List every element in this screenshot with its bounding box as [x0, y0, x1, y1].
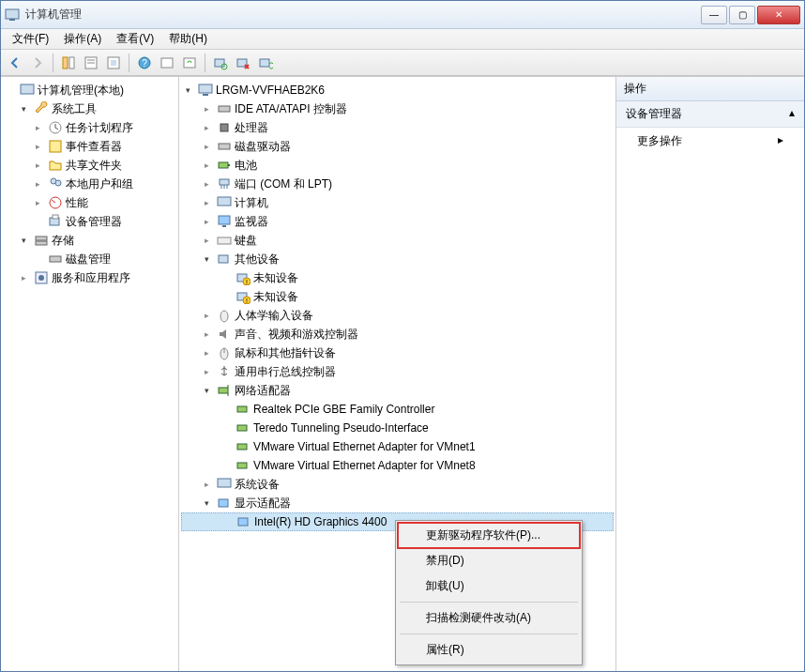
- tree-services[interactable]: 服务和应用程序: [3, 268, 176, 287]
- tree-toggle[interactable]: [200, 234, 214, 248]
- services-icon: [34, 270, 49, 285]
- tree-toggle[interactable]: [17, 234, 31, 248]
- tree-toggle[interactable]: [219, 271, 233, 285]
- tree-toggle[interactable]: [200, 121, 214, 135]
- device-network[interactable]: 网络适配器: [181, 381, 614, 400]
- tree-toggle[interactable]: [219, 421, 233, 435]
- actions-section[interactable]: 设备管理器 ▴: [616, 101, 804, 128]
- tree-toggle[interactable]: [200, 140, 214, 154]
- device-ide[interactable]: IDE ATA/ATAPI 控制器: [181, 99, 614, 118]
- tree-system-tools[interactable]: 系统工具: [3, 99, 176, 118]
- properties-button[interactable]: [81, 53, 101, 73]
- menu-help[interactable]: 帮助(H): [161, 29, 215, 49]
- tree-toggle[interactable]: [200, 346, 214, 360]
- device-ports[interactable]: 端口 (COM 和 LPT): [181, 175, 614, 193]
- uninstall-button[interactable]: [233, 53, 253, 73]
- tree-toggle[interactable]: [219, 459, 233, 473]
- tree-toggle[interactable]: [200, 215, 214, 229]
- tree-storage[interactable]: 存储: [3, 231, 176, 250]
- tree-toggle[interactable]: [219, 403, 233, 417]
- tree-toggle[interactable]: [3, 84, 17, 98]
- tree-toggle[interactable]: [200, 328, 214, 342]
- tree-root[interactable]: 计算机管理(本地): [3, 81, 176, 99]
- device-hid[interactable]: 人体学输入设备: [181, 306, 614, 325]
- ctx-properties[interactable]: 属性(R): [398, 637, 580, 663]
- device-sound[interactable]: 声音、视频和游戏控制器: [181, 325, 614, 344]
- refresh-button[interactable]: [179, 53, 200, 73]
- device-net-adapter[interactable]: Teredo Tunneling Pseudo-Interface: [181, 419, 614, 437]
- tree-task-scheduler[interactable]: 任务计划程序: [3, 118, 176, 137]
- scan-button[interactable]: [210, 53, 231, 73]
- tree-toggle[interactable]: [31, 252, 45, 267]
- tree-toggle[interactable]: [200, 252, 214, 267]
- device-cpu[interactable]: 处理器: [181, 118, 614, 137]
- tree-toggle[interactable]: [31, 196, 45, 210]
- tree-toggle[interactable]: [200, 365, 214, 379]
- maximize-button[interactable]: ▢: [729, 6, 755, 24]
- menu-action[interactable]: 操作(A): [56, 29, 109, 49]
- tree-toggle[interactable]: [17, 271, 31, 285]
- svg-point-28: [38, 275, 44, 281]
- device-usb[interactable]: 通用串行总线控制器: [181, 362, 614, 381]
- device-net-adapter[interactable]: Realtek PCIe GBE Family Controller: [181, 400, 614, 419]
- tree-event-viewer[interactable]: 事件查看器: [3, 137, 176, 156]
- tree-toggle[interactable]: [200, 309, 214, 323]
- tree-label: VMware Virtual Ethernet Adapter for VMne…: [253, 459, 476, 472]
- tree-toggle[interactable]: [200, 196, 214, 210]
- ctx-scan-hardware[interactable]: 扫描检测硬件改动(A): [398, 605, 580, 631]
- tree-toggle[interactable]: [31, 121, 45, 135]
- device-other[interactable]: 其他设备: [181, 250, 614, 268]
- close-button[interactable]: ✕: [757, 6, 800, 24]
- tree-toggle[interactable]: [200, 159, 214, 173]
- device-computer[interactable]: LRGM-VVFHAEB2K6: [181, 81, 614, 99]
- view-button[interactable]: [157, 53, 177, 73]
- show-hide-button[interactable]: [58, 53, 79, 73]
- tree-disk-mgmt[interactable]: 磁盘管理: [3, 250, 176, 268]
- device-pc[interactable]: 计算机: [181, 193, 614, 212]
- device-mouse[interactable]: 鼠标和其他指针设备: [181, 344, 614, 362]
- ctx-disable[interactable]: 禁用(D): [398, 548, 580, 573]
- tree-performance[interactable]: 性能: [3, 193, 176, 212]
- tree-toggle[interactable]: [200, 478, 214, 492]
- tree-toggle[interactable]: [31, 177, 45, 191]
- svg-rect-2: [63, 57, 68, 69]
- tree-toggle[interactable]: [200, 102, 214, 116]
- export-button[interactable]: [103, 53, 124, 73]
- minimize-button[interactable]: —: [701, 6, 727, 24]
- device-disk[interactable]: 磁盘驱动器: [181, 137, 614, 156]
- tree-shared-folders[interactable]: 共享文件夹: [3, 156, 176, 175]
- help-button[interactable]: ?: [134, 53, 155, 73]
- device-display[interactable]: 显示适配器: [181, 494, 614, 512]
- back-button[interactable]: [5, 53, 25, 73]
- tree-device-manager[interactable]: 设备管理器: [3, 212, 176, 231]
- device-keyboard[interactable]: 键盘: [181, 231, 614, 250]
- ctx-update-driver[interactable]: 更新驱动程序软件(P)...: [398, 523, 580, 548]
- device-system[interactable]: 系统设备: [181, 475, 614, 494]
- tree-toggle[interactable]: [31, 159, 45, 173]
- tree-toggle[interactable]: [31, 215, 45, 229]
- menu-view[interactable]: 查看(V): [109, 29, 161, 49]
- menu-file[interactable]: 文件(F): [5, 29, 56, 49]
- tree-toggle[interactable]: [200, 384, 214, 398]
- device-net-adapter[interactable]: VMware Virtual Ethernet Adapter for VMne…: [181, 437, 614, 456]
- device-net-adapter[interactable]: VMware Virtual Ethernet Adapter for VMne…: [181, 456, 614, 475]
- tree-toggle[interactable]: [17, 102, 31, 116]
- ctx-uninstall[interactable]: 卸载(U): [398, 573, 580, 599]
- tree-toggle[interactable]: [200, 496, 214, 511]
- tree-toggle[interactable]: [219, 440, 233, 454]
- tree-local-users[interactable]: 本地用户和组: [3, 175, 176, 193]
- actions-more[interactable]: 更多操作 ▸: [616, 128, 804, 155]
- device-unknown[interactable]: !未知设备: [181, 287, 614, 306]
- actions-section-label: 设备管理器: [626, 106, 682, 122]
- tree-toggle[interactable]: [31, 140, 45, 154]
- forward-button[interactable]: [27, 53, 48, 73]
- tree-toggle[interactable]: [219, 290, 233, 304]
- tree-toggle[interactable]: [200, 177, 214, 191]
- tree-toggle[interactable]: [220, 515, 234, 529]
- device-unknown[interactable]: !未知设备: [181, 268, 614, 287]
- device-monitor[interactable]: 监视器: [181, 212, 614, 231]
- update-button[interactable]: [255, 53, 276, 73]
- device-battery[interactable]: 电池: [181, 156, 614, 175]
- collapse-icon[interactable]: ▴: [789, 106, 795, 122]
- tree-toggle[interactable]: [181, 84, 195, 98]
